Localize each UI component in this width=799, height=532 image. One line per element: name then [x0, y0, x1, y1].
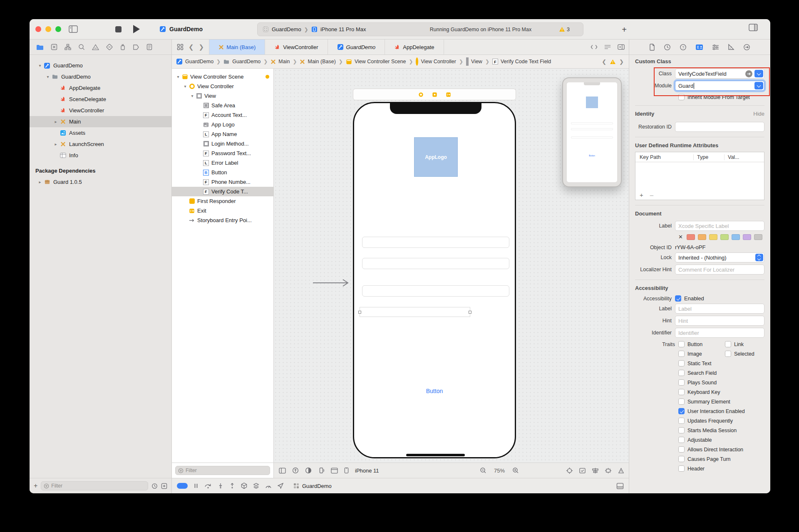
symbol-navigator-tab[interactable]	[65, 44, 71, 50]
scheme-selector[interactable]: GuardDemo ❯ iPhone 11 Pro Max	[263, 26, 366, 32]
outline-row[interactable]: L App Name	[172, 129, 273, 139]
toggle-outline-icon[interactable]	[279, 468, 286, 474]
remove-attribute-button[interactable]: –	[650, 191, 653, 198]
disclosure-chevron-icon[interactable]: ▾	[175, 74, 181, 79]
disclosure-chevron-icon[interactable]: ▾	[189, 94, 195, 98]
back-button[interactable]: ❮	[189, 43, 194, 51]
window-adaptation-icon[interactable]	[331, 468, 338, 474]
add-attribute-button[interactable]: +	[640, 191, 643, 198]
code-review-icon[interactable]	[591, 44, 598, 50]
outline-row[interactable]: Exit	[172, 206, 273, 215]
outline-row[interactable]: First Responder	[172, 196, 273, 206]
disclosure-chevron-icon[interactable]: ▾	[182, 84, 188, 89]
zoom-window-button[interactable]	[55, 26, 61, 32]
lock-popup[interactable]: Inherited - (Nothing)	[675, 252, 764, 262]
find-navigator-tab[interactable]	[78, 44, 85, 50]
localizer-hint-field[interactable]: Comment For Localizer	[675, 265, 764, 275]
trait-checkbox[interactable]	[678, 341, 685, 347]
quick-help-inspector-tab[interactable]: ?	[680, 44, 687, 51]
navigator-file-row[interactable]: Assets	[30, 127, 171, 139]
toggle-inspector-icon[interactable]	[749, 24, 758, 31]
environment-overrides-icon[interactable]	[265, 483, 272, 489]
jump-to-class-icon[interactable]: ➔	[745, 70, 752, 77]
source-control-filter-icon[interactable]	[161, 483, 167, 489]
disclosure-chevron-icon[interactable]: ▾	[37, 63, 43, 68]
outline-row[interactable]: F Phone Numbe...	[172, 177, 273, 187]
trait-checkbox[interactable]	[678, 398, 685, 405]
pause-icon[interactable]	[194, 483, 199, 489]
disclosure-chevron-icon[interactable]: ▾	[45, 74, 51, 79]
account-text-field[interactable]	[362, 237, 509, 248]
runtime-attributes-table[interactable]: Key Path Type Val... + –	[635, 152, 764, 200]
trait-checkbox[interactable]	[678, 418, 685, 424]
class-field[interactable]: VerifyCodeTextField ➔	[675, 69, 764, 79]
project-navigator-tab[interactable]	[36, 44, 44, 50]
library-button[interactable]: +	[619, 24, 630, 35]
resolve-autolayout-icon[interactable]	[618, 468, 625, 474]
document-label-field[interactable]: Xcode Specific Label	[675, 221, 764, 231]
trait-checkbox[interactable]	[678, 389, 685, 395]
navigator-file-row[interactable]: ▸ Main	[30, 116, 171, 127]
history-inspector-tab[interactable]	[664, 44, 671, 51]
login-button[interactable]: Button	[354, 388, 515, 394]
trait-checkbox[interactable]	[678, 351, 685, 357]
outline-row[interactable]: ▾ View Controller Scene	[172, 72, 273, 82]
connections-inspector-tab[interactable]	[743, 44, 750, 51]
outline-filter-input[interactable]: Filter	[175, 466, 270, 475]
jumpbar-item[interactable]: Main (Base)	[300, 59, 335, 64]
color-swatch[interactable]	[720, 234, 729, 240]
next-issue-icon[interactable]: ❯	[619, 59, 624, 65]
outline-row[interactable]: Login Method...	[172, 139, 273, 148]
navigator-file-row[interactable]: Info	[30, 150, 171, 161]
add-file-button[interactable]: +	[34, 482, 37, 490]
device-name-label[interactable]: iPhone 11	[355, 468, 379, 474]
outline-row[interactable]: B Button	[172, 168, 273, 177]
verify-code-text-field-selected[interactable]	[360, 307, 470, 317]
device-preview-thumbnail[interactable]: Button	[562, 77, 622, 187]
jumpbar-item[interactable]: View	[466, 59, 482, 64]
module-field[interactable]: Guard	[675, 81, 764, 91]
color-swatch[interactable]	[687, 234, 695, 240]
stop-button[interactable]	[112, 24, 124, 35]
trait-checkbox[interactable]	[678, 465, 685, 472]
color-swatch[interactable]	[754, 234, 762, 240]
editor-tab[interactable]: ViewController	[265, 40, 328, 54]
recent-files-filter-icon[interactable]	[151, 483, 158, 489]
orientation-icon[interactable]	[318, 467, 325, 474]
tab-overview-icon[interactable]	[177, 44, 184, 50]
step-into-icon[interactable]	[218, 483, 223, 489]
breakpoints-toggle[interactable]	[177, 483, 188, 489]
console-toggle-icon[interactable]	[616, 483, 624, 489]
accessibility-label-field[interactable]: Label	[675, 304, 764, 314]
zoom-in-icon[interactable]	[512, 467, 519, 474]
exit-dock-icon[interactable]	[445, 92, 452, 98]
close-window-button[interactable]	[35, 26, 41, 32]
no-color-button[interactable]: ✕	[678, 234, 683, 240]
storyboard-canvas[interactable]: AppLogo Button	[274, 69, 629, 463]
destination-label[interactable]: iPhone 11 Pro Max	[320, 26, 366, 32]
issue-navigator-tab[interactable]	[92, 44, 99, 50]
jumpbar-item[interactable]: View Controller	[416, 59, 456, 64]
hide-identity-button[interactable]: Hide	[753, 111, 764, 117]
size-inspector-tab[interactable]	[728, 44, 734, 50]
accessibility-hint-field[interactable]: Hint	[675, 316, 764, 326]
minimize-window-button[interactable]	[45, 26, 51, 32]
add-constraints-icon[interactable]	[605, 468, 612, 474]
class-dropdown-icon[interactable]	[754, 70, 763, 77]
trait-checkbox[interactable]	[678, 370, 685, 376]
zoom-to-selection-icon[interactable]	[566, 467, 573, 474]
update-frames-icon[interactable]	[579, 468, 586, 474]
view-hierarchy-icon[interactable]	[241, 483, 247, 489]
trait-checkbox[interactable]	[678, 446, 685, 453]
zoom-out-icon[interactable]	[480, 467, 486, 474]
breakpoint-navigator-tab[interactable]	[133, 44, 139, 50]
lock-popup-stepper-icon[interactable]	[755, 254, 763, 261]
selection-handle-right[interactable]	[469, 311, 471, 314]
color-swatch[interactable]	[732, 234, 740, 240]
trait-checkbox[interactable]	[678, 437, 685, 443]
align-icon[interactable]	[592, 468, 599, 474]
navigator-file-row[interactable]: ▾ GuardDemo	[30, 60, 171, 71]
jumpbar-item[interactable]: GuardDemo	[223, 59, 261, 64]
disclosure-chevron-icon[interactable]: ▸	[53, 142, 59, 146]
editor-tab[interactable]: Main (Base)	[209, 40, 265, 54]
